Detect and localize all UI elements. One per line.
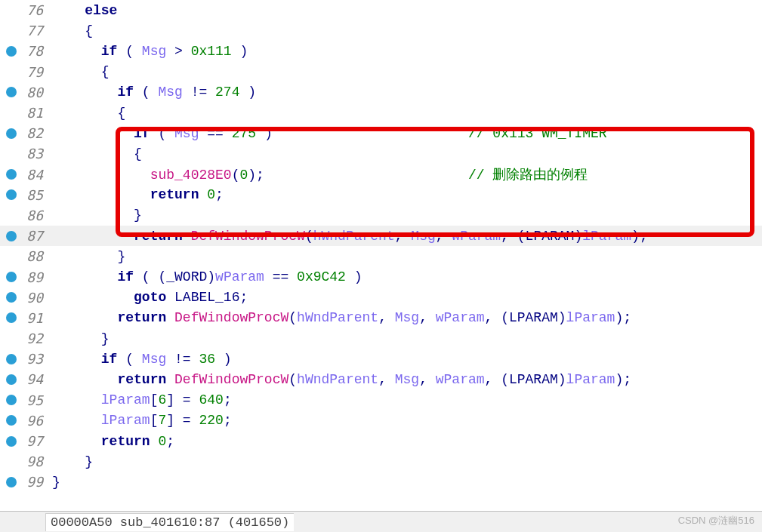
code-content[interactable]: goto LABEL_16; bbox=[49, 290, 762, 305]
breakpoint-dot-icon[interactable] bbox=[6, 477, 17, 487]
code-content[interactable]: { bbox=[49, 106, 762, 121]
line-number: 84 bbox=[26, 167, 43, 183]
line-gutter[interactable]: 90 bbox=[0, 290, 49, 306]
code-content[interactable]: else bbox=[49, 3, 762, 18]
code-line[interactable]: 93 if ( Msg != 36 ) bbox=[0, 349, 762, 369]
line-gutter[interactable]: 94 bbox=[0, 371, 49, 387]
line-gutter[interactable]: 81 bbox=[0, 105, 49, 121]
code-line[interactable]: 83 { bbox=[0, 143, 762, 164]
breakpoint-dot-icon[interactable] bbox=[6, 354, 17, 364]
code-token bbox=[52, 392, 101, 407]
line-gutter[interactable]: 92 bbox=[0, 331, 49, 346]
line-gutter[interactable]: 99 bbox=[0, 474, 49, 490]
line-gutter[interactable]: 77 bbox=[0, 23, 49, 38]
breakpoint-dot-icon[interactable] bbox=[6, 312, 17, 323]
line-gutter[interactable]: 96 bbox=[0, 413, 49, 429]
code-content[interactable]: } bbox=[49, 475, 762, 490]
code-line[interactable]: 82 if ( Msg == 275 ) // 0x113 WM_TIMER bbox=[0, 123, 762, 143]
code-token: ( bbox=[150, 126, 174, 141]
code-content[interactable]: if ( Msg != 274 ) bbox=[49, 85, 762, 100]
code-line[interactable]: 94 return DefWindowProcW(hWndParent, Msg… bbox=[0, 369, 762, 389]
code-line[interactable]: 78 if ( Msg > 0x111 ) bbox=[0, 41, 762, 61]
breakpoint-dot-icon[interactable] bbox=[6, 231, 17, 241]
code-content[interactable]: { bbox=[49, 64, 762, 79]
code-line[interactable]: 81 { bbox=[0, 103, 762, 123]
line-gutter[interactable]: 80 bbox=[0, 85, 49, 100]
line-gutter[interactable]: 87 bbox=[0, 228, 49, 244]
code-token: 0 bbox=[239, 168, 248, 183]
code-content[interactable]: lParam[6] = 640; bbox=[49, 392, 762, 407]
code-content[interactable]: lParam[7] = 220; bbox=[49, 413, 762, 428]
line-number: 81 bbox=[26, 105, 43, 121]
line-gutter[interactable]: 88 bbox=[0, 248, 49, 264]
code-line[interactable]: 95 lParam[6] = 640; bbox=[0, 390, 762, 411]
code-content[interactable]: if ( Msg > 0x111 ) bbox=[49, 44, 762, 59]
line-gutter[interactable]: 84 bbox=[0, 167, 49, 183]
code-token: 0 bbox=[158, 434, 166, 449]
code-line[interactable]: 97 return 0; bbox=[0, 431, 762, 451]
code-line[interactable]: 88 } bbox=[0, 246, 762, 266]
code-token: Msg bbox=[142, 44, 166, 59]
line-gutter[interactable]: 98 bbox=[0, 454, 49, 469]
code-line[interactable]: 87 return DefWindowProcW(hWndParent, Msg… bbox=[0, 226, 762, 246]
code-editor[interactable]: 76 else77 {78 if ( Msg > 0x111 )79 {80 i… bbox=[0, 0, 762, 509]
code-content[interactable]: if ( Msg != 36 ) bbox=[49, 352, 762, 367]
code-content[interactable]: if ( (_WORD)wParam == 0x9C42 ) bbox=[49, 269, 762, 284]
line-gutter[interactable]: 82 bbox=[0, 125, 49, 141]
line-gutter[interactable]: 91 bbox=[0, 310, 49, 326]
line-gutter[interactable]: 76 bbox=[0, 2, 49, 18]
code-content[interactable]: } bbox=[49, 331, 762, 346]
code-line[interactable]: 79 { bbox=[0, 62, 762, 82]
line-number: 88 bbox=[26, 248, 43, 264]
breakpoint-dot-icon[interactable] bbox=[6, 189, 17, 200]
code-token: 36 bbox=[199, 352, 215, 367]
breakpoint-dot-icon[interactable] bbox=[6, 128, 17, 139]
code-line[interactable]: 92 } bbox=[0, 328, 762, 349]
code-line[interactable]: 91 return DefWindowProcW(hWndParent, Msg… bbox=[0, 308, 762, 328]
code-line[interactable]: 96 lParam[7] = 220; bbox=[0, 411, 762, 431]
code-line[interactable]: 80 if ( Msg != 274 ) bbox=[0, 82, 762, 103]
code-line[interactable]: 76 else bbox=[0, 0, 762, 20]
code-content[interactable]: return DefWindowProcW(hWndParent, Msg, w… bbox=[49, 310, 762, 325]
line-gutter[interactable]: 78 bbox=[0, 43, 49, 59]
code-line[interactable]: 90 goto LABEL_16; bbox=[0, 288, 762, 308]
breakpoint-dot-icon[interactable] bbox=[6, 46, 17, 57]
line-gutter[interactable]: 89 bbox=[0, 269, 49, 285]
code-line[interactable]: 89 if ( (_WORD)wParam == 0x9C42 ) bbox=[0, 266, 762, 287]
breakpoint-dot-icon[interactable] bbox=[6, 292, 17, 303]
line-gutter[interactable]: 83 bbox=[0, 146, 49, 161]
code-content[interactable]: return DefWindowProcW(hWndParent, Msg, w… bbox=[49, 372, 762, 387]
breakpoint-dot-icon[interactable] bbox=[6, 395, 17, 405]
code-token: ) bbox=[574, 229, 582, 244]
line-gutter[interactable]: 95 bbox=[0, 392, 49, 408]
line-gutter[interactable]: 97 bbox=[0, 433, 49, 449]
code-content[interactable]: } bbox=[49, 249, 762, 264]
line-gutter[interactable]: 79 bbox=[0, 64, 49, 80]
code-content[interactable]: } bbox=[49, 454, 762, 469]
code-content[interactable]: { bbox=[49, 146, 762, 161]
breakpoint-dot-icon[interactable] bbox=[6, 87, 17, 97]
breakpoint-dot-icon[interactable] bbox=[6, 169, 17, 180]
breakpoint-dot-icon[interactable] bbox=[6, 436, 17, 447]
line-gutter[interactable]: 93 bbox=[0, 351, 49, 367]
breakpoint-dot-icon[interactable] bbox=[6, 272, 17, 282]
code-line[interactable]: 85 return 0; bbox=[0, 185, 762, 205]
code-content[interactable]: sub_4028E0(0); // 删除路由的例程 bbox=[49, 165, 762, 183]
line-gutter[interactable]: 86 bbox=[0, 208, 49, 223]
code-token: else bbox=[85, 3, 117, 18]
code-content[interactable]: } bbox=[49, 208, 762, 223]
code-content[interactable]: return DefWindowProcW(hWndParent, Msg, w… bbox=[49, 229, 762, 244]
code-content[interactable]: return 0; bbox=[49, 434, 762, 449]
code-content[interactable]: if ( Msg == 275 ) // 0x113 WM_TIMER bbox=[49, 126, 762, 141]
code-line[interactable]: 84 sub_4028E0(0); // 删除路由的例程 bbox=[0, 165, 762, 185]
code-line[interactable]: 98 } bbox=[0, 451, 762, 472]
code-content[interactable]: { bbox=[49, 23, 762, 38]
watermark: CSDN @涟幽516 bbox=[678, 514, 754, 527]
line-gutter[interactable]: 85 bbox=[0, 187, 49, 203]
breakpoint-dot-icon[interactable] bbox=[6, 374, 17, 385]
code-line[interactable]: 86 } bbox=[0, 205, 762, 226]
breakpoint-dot-icon[interactable] bbox=[6, 415, 17, 426]
code-line[interactable]: 99} bbox=[0, 472, 762, 492]
code-content[interactable]: return 0; bbox=[49, 187, 762, 202]
code-line[interactable]: 77 { bbox=[0, 20, 762, 41]
